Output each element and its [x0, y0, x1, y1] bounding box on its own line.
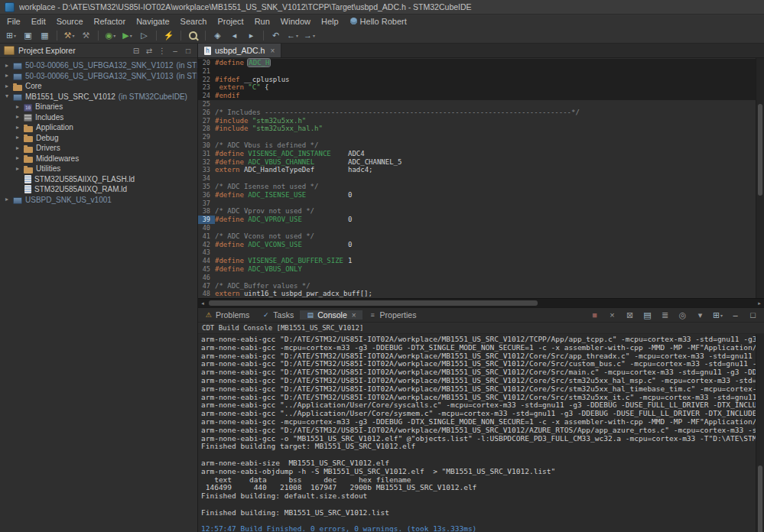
line-number[interactable]: 36 [198, 191, 215, 200]
line-number[interactable]: 44 [198, 257, 215, 265]
menu-refactor[interactable]: Refactor [89, 16, 132, 27]
previous-annotation-icon[interactable]: ◂ [226, 29, 242, 42]
chevron-down-icon[interactable]: ▾ [4, 93, 10, 99]
link-with-editor-icon[interactable]: ⇄ [144, 45, 154, 56]
code-line[interactable]: 22#ifdef __cplusplus [198, 76, 756, 84]
maximize-view-icon[interactable]: □ [183, 45, 193, 56]
line-number[interactable]: 31 [198, 150, 215, 158]
menu-run[interactable]: Run [249, 16, 275, 27]
line-number[interactable]: 41 [198, 232, 215, 241]
code-line[interactable]: 42#define ADC_VCONS_USE0 [198, 241, 756, 249]
profile-icon[interactable]: ▷ [136, 29, 152, 42]
minimize-view-icon[interactable]: – [170, 45, 180, 56]
tree-item-binaries[interactable]: ▸Binaries [0, 102, 197, 112]
editor-horizontal-scrollbar[interactable]: ◂ ▸ [198, 298, 764, 307]
code-line[interactable]: 40 [198, 224, 756, 232]
tree-item-includes[interactable]: ▸Includes [0, 112, 197, 123]
line-number[interactable]: 28 [198, 125, 215, 133]
line-number[interactable]: 30 [198, 141, 215, 150]
line-number[interactable]: 29 [198, 133, 215, 141]
tree-item-50-03-00066-us-ufbga132-snk-v1012[interactable]: ▸50-03-00066_US_UFBGA132_SNK_V1012 (in S… [0, 60, 197, 71]
code-line[interactable]: 26/* Includes --------------------------… [198, 109, 756, 117]
terminate-icon[interactable]: ■ [587, 309, 603, 322]
code-line[interactable]: 21 [198, 67, 756, 76]
line-number[interactable]: 46 [198, 274, 215, 282]
code-line[interactable]: 47/* ADC_Buffer values */ [198, 282, 756, 290]
run-icon[interactable]: ▶▾ [119, 29, 135, 42]
code-line[interactable]: 30/* ADC Vbus is defined */ [198, 141, 756, 150]
minimize-panel-icon[interactable]: – [727, 309, 743, 322]
code-line[interactable]: 27#include "stm32u5xx.h" [198, 117, 756, 125]
menu-search[interactable]: Search [175, 16, 213, 27]
menu-edit[interactable]: Edit [26, 16, 51, 27]
code-line[interactable]: 32#define ADC_VBUS_CHANNELADC_CHANNEL_5 [198, 158, 756, 167]
pin-console-icon[interactable]: ◎ [675, 309, 691, 322]
tree-item-middlewares[interactable]: ▸Middlewares [0, 154, 197, 164]
clear-console-icon[interactable]: ▤ [639, 309, 655, 322]
chevron-right-icon[interactable]: ▸ [4, 196, 10, 203]
program-flash-icon[interactable]: ⚡ [161, 29, 177, 42]
close-icon[interactable]: × [270, 47, 275, 55]
last-edit-location-icon[interactable]: ↶ [268, 29, 284, 42]
tab-usbpd-adc-h[interactable]: h usbpd_ADC.h × [198, 44, 281, 57]
menu-navigate[interactable]: Navigate [131, 16, 174, 27]
chevron-right-icon[interactable]: ▸ [15, 166, 21, 172]
line-number[interactable]: 20 [198, 59, 215, 67]
line-number[interactable]: 42 [198, 241, 215, 249]
code-line[interactable]: 25 [198, 100, 756, 109]
code-line[interactable]: 46 [198, 274, 756, 282]
chevron-right-icon[interactable]: ▸ [4, 73, 10, 79]
tree-item-stm32u585aiixq-ram-ld[interactable]: STM32U585AIIXQ_RAM.ld [0, 184, 197, 195]
save-icon[interactable]: ▣ [20, 29, 36, 42]
line-number[interactable]: 34 [198, 174, 215, 183]
back-icon[interactable]: ←▾ [284, 29, 301, 42]
code-line[interactable]: 35/* ADC Isense not used */ [198, 183, 756, 191]
scrollbar-thumb[interactable] [758, 104, 762, 196]
console-vertical-scrollbar[interactable] [756, 334, 764, 532]
line-number[interactable]: 24 [198, 92, 215, 100]
line-number[interactable]: 38 [198, 207, 215, 216]
line-number[interactable]: 25 [198, 100, 215, 109]
scroll-lock-icon[interactable]: ≣ [657, 309, 673, 322]
scrollbar-thumb[interactable] [758, 466, 762, 532]
console-output[interactable]: arm-none-eabi-gcc "D:/ATE/STM32/US85I-IO… [201, 336, 756, 532]
display-selected-console-icon[interactable]: ▾ [692, 309, 708, 322]
line-number[interactable]: 39 [198, 216, 215, 224]
toggle-annotations-icon[interactable]: ◈ [210, 29, 226, 42]
code-line[interactable]: 36#define ADC_ISENSE_USE0 [198, 191, 756, 200]
code-line[interactable]: 38/* ADC Vprov not used */ [198, 207, 756, 216]
tab-console[interactable]: ▤Console× [300, 310, 362, 320]
menu-source[interactable]: Source [51, 16, 89, 27]
forward-icon[interactable]: →▾ [301, 29, 317, 42]
chevron-right-icon[interactable]: ▸ [15, 155, 21, 161]
close-icon[interactable]: × [352, 311, 356, 320]
line-number[interactable]: 26 [198, 109, 215, 117]
chevron-right-icon[interactable]: ▸ [4, 63, 10, 69]
project-tree[interactable]: ▸50-03-00066_US_UFBGA132_SNK_V1012 (in S… [0, 58, 197, 532]
chevron-right-icon[interactable]: ▸ [15, 114, 21, 120]
code-line[interactable]: 43 [198, 248, 756, 257]
tree-item-drivers[interactable]: ▸Drivers [0, 143, 197, 154]
chevron-right-icon[interactable]: ▸ [15, 135, 21, 141]
account-menu[interactable]: Hello Robert [344, 17, 413, 26]
line-number[interactable]: 27 [198, 117, 215, 125]
scroll-left-icon[interactable]: ◂ [198, 300, 207, 307]
code-line[interactable]: 44#define VISENSE_ADC_BUFFER_SIZE1 [198, 257, 756, 265]
line-number[interactable]: 21 [198, 67, 215, 76]
code-line[interactable]: 37 [198, 200, 756, 208]
chevron-right-icon[interactable]: ▸ [4, 83, 10, 89]
tree-item-50-03-00066-us-ufbga132-snk-v1013[interactable]: ▸50-03-00066_US_UFBGA132_SNK_V1013 (in S… [0, 71, 197, 82]
code-line[interactable]: 24#endif [198, 92, 756, 100]
line-number[interactable]: 45 [198, 265, 215, 274]
menu-window[interactable]: Window [275, 16, 316, 27]
build-all-icon[interactable]: ⚒ [78, 29, 94, 42]
code-line[interactable]: 34 [198, 174, 756, 183]
chevron-right-icon[interactable]: ▸ [15, 145, 21, 151]
tree-item-stm32u585aiixq-flash-ld[interactable]: STM32U585AIIXQ_FLASH.ld [0, 174, 197, 185]
code-line[interactable]: 23 extern "C" { [198, 83, 756, 92]
code-line[interactable]: 33extern ADC_HandleTypeDefhadc4; [198, 166, 756, 174]
code-editor[interactable]: 20#define ADC_H2122#ifdef __cplusplus23 … [198, 58, 764, 298]
line-number[interactable]: 48 [198, 290, 215, 298]
code-line[interactable]: 29 [198, 133, 756, 141]
line-number[interactable]: 40 [198, 224, 215, 232]
